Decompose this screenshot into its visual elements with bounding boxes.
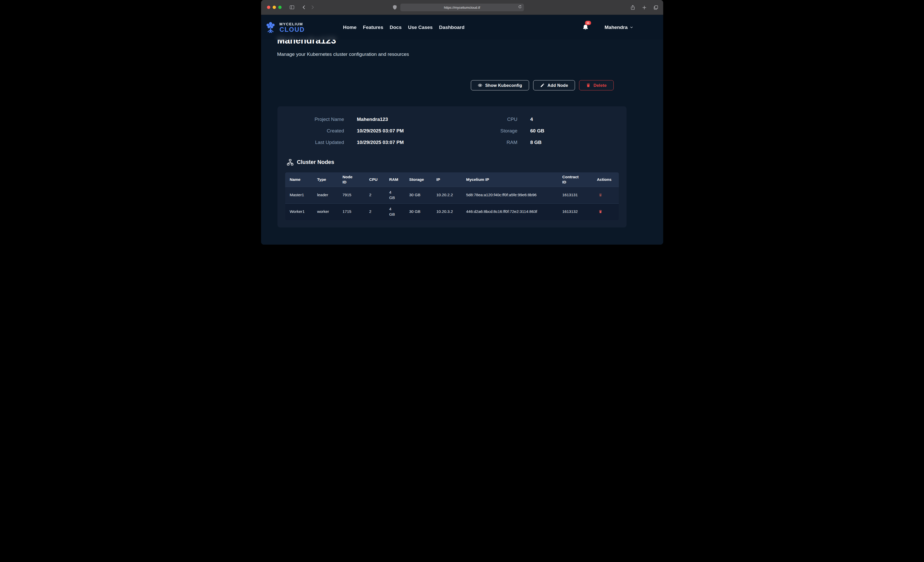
col-ip: IP: [432, 172, 462, 187]
cell-node-id: 7915: [338, 187, 364, 203]
add-node-label: Add Node: [548, 83, 568, 88]
detail-value-cpu: 4: [518, 114, 627, 125]
pencil-icon: [540, 83, 545, 88]
address-bar[interactable]: https://myceliumcloud.tf: [400, 4, 524, 11]
cell-actions: [592, 203, 619, 220]
cluster-details: Project Name Mahendra123 CPU 4 Created 1…: [278, 106, 627, 148]
cluster-nodes-header: Cluster Nodes: [278, 159, 627, 166]
trash-icon: [598, 193, 602, 197]
detail-value-project-name: Mahendra123: [344, 114, 444, 125]
trash-icon: [598, 209, 602, 214]
forward-icon[interactable]: [310, 4, 315, 10]
shield-icon[interactable]: [392, 4, 398, 10]
delete-node-button[interactable]: [597, 208, 604, 215]
cell-mycelium-ip: 446:d2a6:8bcd:8c16:ff0f:72e2:3114:863f: [462, 203, 558, 220]
detail-label: CPU: [444, 114, 518, 125]
nav-item-dashboard[interactable]: Dashboard: [439, 25, 464, 30]
brand-wordmark: MYCELIUM CLOUD: [279, 22, 305, 33]
user-name: Mahendra: [605, 25, 628, 30]
detail-value-last-updated: 10/29/2025 03:07 PM: [344, 136, 444, 148]
page-viewport: Mahendra123 MYCELIUM CLOUD Home: [261, 15, 663, 245]
col-cpu: CPU: [364, 172, 385, 187]
sidebar-toggle-icon[interactable]: [289, 4, 295, 10]
notifications-button[interactable]: 11: [582, 24, 589, 31]
cluster-actions: Show Kubeconfig Add Node Delete: [471, 80, 614, 90]
zoom-icon[interactable]: [278, 6, 282, 9]
brand-logo-icon: [264, 21, 278, 34]
detail-value-created: 10/29/2025 03:07 PM: [344, 125, 444, 136]
detail-label: Created: [278, 125, 344, 136]
cell-node-id: 1715: [338, 203, 364, 220]
col-node-id: Node ID: [338, 172, 364, 187]
brand-logo[interactable]: MYCELIUM CLOUD: [264, 21, 305, 34]
site-navbar: MYCELIUM CLOUD Home Features Docs Use Ca…: [261, 15, 663, 40]
col-contract-id: Contract ID: [558, 172, 592, 187]
detail-label: Storage: [444, 125, 518, 136]
show-kubeconfig-label: Show Kubeconfig: [485, 83, 522, 88]
cell-cpu: 2: [364, 203, 385, 220]
nodes-table-wrap: Name Type Node ID CPU RAM Storage IP Myc…: [285, 172, 619, 220]
cell-contract-id: 1613131: [558, 187, 592, 203]
cell-name: Worker1: [285, 203, 313, 220]
cell-name: Master1: [285, 187, 313, 203]
cell-ip: 10.20.2.2: [432, 187, 462, 203]
brand-line1: MYCELIUM: [279, 22, 305, 26]
col-type: Type: [313, 172, 338, 187]
cell-ip: 10.20.3.2: [432, 203, 462, 220]
detail-label: Last Updated: [278, 136, 344, 148]
delete-node-button[interactable]: [597, 191, 604, 198]
table-header-row: Name Type Node ID CPU RAM Storage IP Myc…: [285, 172, 619, 187]
brand-line2: CLOUD: [279, 26, 305, 33]
notification-badge: 11: [585, 21, 591, 25]
nav-item-home[interactable]: Home: [343, 25, 357, 30]
cell-storage: 30 GB: [405, 203, 432, 220]
cell-cpu: 2: [364, 187, 385, 203]
nav-item-features[interactable]: Features: [363, 25, 383, 30]
delete-label: Delete: [593, 83, 606, 88]
cell-type: worker: [313, 203, 338, 220]
window-controls: [267, 6, 282, 9]
chevron-down-icon: [630, 25, 633, 29]
cell-actions: [592, 187, 619, 203]
cell-ram: 4 GB: [385, 187, 405, 203]
share-icon[interactable]: [630, 5, 636, 10]
cluster-nodes-title: Cluster Nodes: [297, 159, 334, 166]
delete-cluster-button[interactable]: Delete: [579, 80, 614, 90]
add-node-button[interactable]: Add Node: [533, 80, 575, 90]
back-icon[interactable]: [302, 4, 307, 10]
cell-type: leader: [313, 187, 338, 203]
detail-value-ram: 8 GB: [518, 136, 627, 148]
detail-value-storage: 60 GB: [518, 125, 627, 136]
nav-links: Home Features Docs Use Cases Dashboard: [343, 15, 465, 40]
nav-item-use-cases[interactable]: Use Cases: [408, 25, 433, 30]
sitemap-icon: [287, 159, 294, 166]
table-row: Master1 leader 7915 2 4 GB 30 GB 10.20.2…: [285, 187, 619, 203]
cell-ram: 4 GB: [385, 203, 405, 220]
plus-icon[interactable]: [642, 5, 647, 10]
user-menu[interactable]: Mahendra: [605, 25, 634, 30]
col-actions: Actions: [592, 172, 619, 187]
eye-icon: [478, 83, 482, 88]
detail-label: Project Name: [278, 114, 344, 125]
cell-mycelium-ip: 5d8:78ea:a120:f40c:ff0f:a5fe:99e6:8b96: [462, 187, 558, 203]
tab-overview-icon[interactable]: [653, 5, 658, 10]
page-subtitle: Manage your Kubernetes cluster configura…: [277, 51, 409, 57]
nav-item-docs[interactable]: Docs: [390, 25, 402, 30]
minimize-icon[interactable]: [273, 6, 276, 9]
trash-icon: [586, 83, 591, 88]
col-mycelium-ip: Mycelium IP: [462, 172, 558, 187]
nodes-table: Name Type Node ID CPU RAM Storage IP Myc…: [285, 172, 619, 220]
close-icon[interactable]: [267, 6, 270, 9]
browser-window: https://myceliumcloud.tf Mahendra123: [261, 0, 663, 245]
col-storage: Storage: [405, 172, 432, 187]
col-ram: RAM: [385, 172, 405, 187]
reload-icon[interactable]: [518, 5, 522, 9]
detail-label: RAM: [444, 136, 518, 148]
table-row: Worker1 worker 1715 2 4 GB 30 GB 10.20.3…: [285, 203, 619, 220]
col-name: Name: [285, 172, 313, 187]
cell-contract-id: 1613132: [558, 203, 592, 220]
toolbar-right: [630, 0, 658, 15]
cluster-card: Project Name Mahendra123 CPU 4 Created 1…: [278, 106, 627, 227]
show-kubeconfig-button[interactable]: Show Kubeconfig: [471, 80, 529, 90]
url-text: https://myceliumcloud.tf: [444, 6, 480, 9]
